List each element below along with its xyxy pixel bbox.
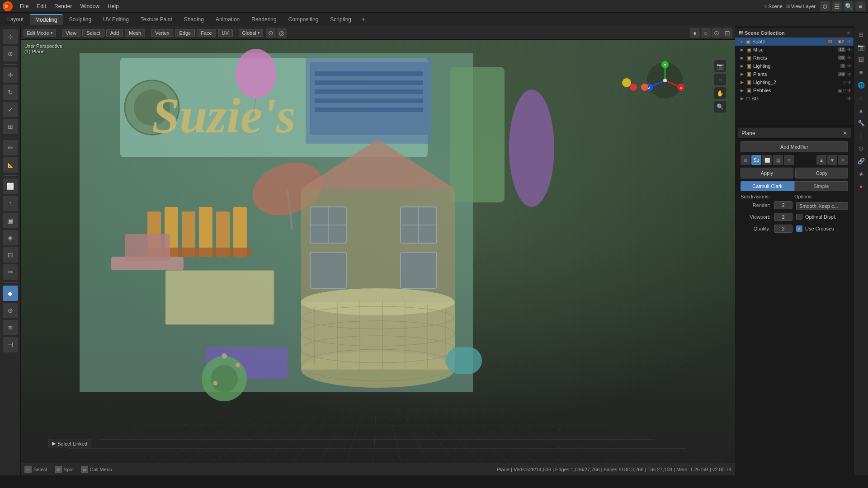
simple-toggle[interactable]: Simple — [794, 181, 848, 191]
rpanel-scene-props-icon[interactable]: 🌐 — [856, 80, 867, 90]
cursor-tool-btn[interactable]: ⊕ — [3, 46, 18, 61]
rpanel-view-layer-icon[interactable]: ≡ — [856, 67, 867, 78]
xray-toggle[interactable]: ⊡ — [722, 28, 732, 38]
rivets-vis-eye[interactable]: 👁 — [847, 56, 852, 61]
lighting-vis-eye[interactable]: 👁 — [847, 64, 852, 69]
add-modifier-btn[interactable]: Add Modifier — [741, 141, 848, 152]
tab-sculpting[interactable]: Sculpting — [64, 14, 97, 24]
menu-edit[interactable]: Edit — [33, 2, 50, 11]
quality-value[interactable]: 2 — [774, 225, 793, 233]
catmull-clark-toggle[interactable]: Catmull-Clark — [741, 181, 794, 191]
render-value[interactable]: 2 — [774, 201, 793, 209]
tab-texture-paint[interactable]: Texture Paint — [135, 14, 178, 24]
topbar-search[interactable]: 🔍 — [844, 1, 854, 11]
mod-icon-1[interactable]: ⬜ — [762, 155, 772, 165]
3d-viewport[interactable]: Suzie's — [21, 40, 735, 463]
add-workspace-tab[interactable]: + — [358, 14, 369, 24]
tab-animation[interactable]: Animation — [210, 14, 245, 24]
hand-btn[interactable]: ✋ — [714, 87, 726, 99]
transform-tool-btn[interactable]: ⊞ — [3, 119, 18, 134]
edge-slide-tool-btn[interactable]: ⊣ — [3, 337, 18, 352]
mod-icon-2[interactable]: ▤ — [773, 155, 783, 165]
viewport-shading-render[interactable]: ○ — [701, 28, 711, 38]
snap-toggle[interactable]: ⊙ — [266, 28, 276, 38]
outliner-item-plants[interactable]: ▶ ▣ Plants 44 👁 — [735, 70, 854, 78]
menu-window[interactable]: Window — [76, 2, 103, 11]
spin-tool-btn[interactable]: ⊛ — [3, 303, 18, 318]
mode-selector[interactable]: Edit Mode — [24, 29, 56, 37]
rpanel-physics-icon[interactable]: ⊙ — [856, 143, 867, 154]
viewport-shading-solid[interactable]: ● — [690, 28, 700, 38]
extrude-tool-btn[interactable]: ↑ — [3, 196, 18, 211]
add-cube-tool-btn[interactable]: ⬜ — [3, 178, 18, 194]
mod-type-subd[interactable]: Su — [751, 155, 761, 165]
rpanel-render-icon[interactable]: 📷 — [856, 42, 867, 52]
use-creases-checkbox[interactable]: ✓ — [796, 225, 802, 232]
smooth-option[interactable]: Smooth, keep c... — [796, 202, 848, 210]
outliner-item-bg[interactable]: ▶ □ BG 👁 — [735, 94, 854, 103]
bevel-tool-btn[interactable]: ◈ — [3, 230, 18, 245]
vertex-menu[interactable]: Vertex — [151, 29, 173, 37]
tab-rendering[interactable]: Rendering — [246, 14, 282, 24]
outliner-item-subd[interactable]: ▾ ▣ SubD 09 ▣2 👁 — [735, 38, 854, 46]
select-tool-btn[interactable]: ⊹ — [3, 29, 18, 44]
camera-btn[interactable]: 📷 — [714, 60, 726, 72]
add-menu[interactable]: Add — [106, 29, 123, 37]
outliner-item-rivets[interactable]: ▶ ▣ Rivets 99 👁 — [735, 54, 854, 62]
rpanel-object-icon[interactable]: ▲ — [856, 105, 867, 116]
pebbles-filter[interactable]: ▣ — [838, 88, 842, 93]
pivot-selector[interactable]: Global — [239, 29, 263, 37]
rpanel-world-icon[interactable]: ○ — [856, 92, 867, 103]
loop-cut-tool-btn[interactable]: ⊟ — [3, 247, 18, 263]
tab-modeling[interactable]: Modeling — [30, 14, 63, 25]
render-btn[interactable]: ○ — [714, 74, 726, 85]
viewport-value[interactable]: 2 — [774, 213, 793, 221]
misc-vis-eye[interactable]: 👁 — [847, 47, 852, 52]
copy-button[interactable]: Copy — [795, 168, 848, 178]
properties-close-btn[interactable]: ✕ — [843, 130, 847, 136]
tab-compositing[interactable]: Compositing — [283, 14, 324, 24]
lighting2-filter[interactable]: ▽ — [843, 80, 846, 85]
menu-help[interactable]: Help — [104, 2, 123, 11]
face-menu[interactable]: Face — [197, 29, 216, 37]
pebbles-vis-render[interactable]: 👁 — [847, 88, 852, 93]
tab-shading[interactable]: Shading — [179, 14, 209, 24]
apply-button[interactable]: Apply — [741, 168, 793, 178]
menu-render[interactable]: Render — [51, 2, 75, 11]
smooth-tool-btn[interactable]: ≋ — [3, 320, 18, 335]
lighting2-vis-eye[interactable]: 👁 — [847, 80, 852, 85]
scene-name[interactable]: Scene — [769, 4, 783, 9]
rotate-tool-btn[interactable]: ↻ — [3, 84, 18, 100]
outliner-item-lighting[interactable]: ▶ ▣ Lighting 5 👁 — [735, 62, 854, 70]
mod-move-down[interactable]: ▼ — [827, 155, 837, 165]
navigation-gizmo[interactable]: Y X Z — [645, 60, 685, 102]
topbar-filter[interactable]: ≡ — [855, 1, 865, 11]
annotate-tool-btn[interactable]: ✏ — [3, 140, 18, 155]
measure-tool-btn[interactable]: 📐 — [3, 157, 18, 173]
poly-build-tool-btn[interactable]: ◆ — [3, 286, 18, 301]
tab-scripting[interactable]: Scripting — [325, 14, 357, 24]
inset-tool-btn[interactable]: ▣ — [3, 213, 18, 228]
rpanel-output-icon[interactable]: 🖼 — [856, 54, 867, 65]
mod-filter-toggle[interactable]: ⊙ — [741, 155, 750, 165]
menu-file[interactable]: File — [16, 2, 32, 11]
knife-tool-btn[interactable]: ✂ — [3, 264, 18, 280]
tab-uv-editing[interactable]: UV Editing — [98, 14, 134, 24]
rpanel-particles-icon[interactable]: ⋮ — [856, 130, 867, 141]
view-layer-name[interactable]: View Layer — [791, 4, 816, 9]
plants-vis-eye[interactable]: 👁 — [847, 72, 852, 77]
select-menu[interactable]: Select — [82, 29, 104, 37]
subd-vis-eye[interactable]: 👁 — [847, 39, 852, 44]
move-tool-btn[interactable]: ✛ — [3, 67, 18, 83]
topbar-icon-1[interactable]: ⊙ — [820, 1, 830, 11]
magnify-btn[interactable]: 🔍 — [714, 101, 726, 113]
bg-vis-eye[interactable]: 👁 — [847, 96, 852, 101]
rpanel-scene-icon[interactable]: ⊞ — [856, 29, 867, 40]
viewport-overlays[interactable]: ⊙ — [712, 28, 722, 38]
topbar-icon-2[interactable]: ☰ — [832, 1, 842, 11]
optimal-checkbox[interactable] — [796, 214, 802, 220]
outliner-item-lighting2[interactable]: ▶ ▣ Lighting_2 ▽ 👁 — [735, 78, 854, 86]
edge-menu[interactable]: Edge — [175, 29, 195, 37]
outliner-item-misc[interactable]: ▶ ▣ Misc 10 👁 — [735, 46, 854, 54]
scale-tool-btn[interactable]: ⤢ — [3, 102, 18, 117]
